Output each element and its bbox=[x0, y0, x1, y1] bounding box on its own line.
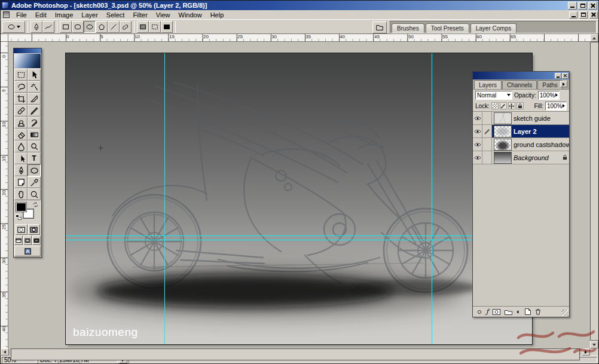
menu-item-select[interactable]: Select bbox=[102, 11, 129, 19]
visibility-toggle[interactable] bbox=[473, 151, 482, 164]
quick-mask-mode-button[interactable] bbox=[28, 224, 40, 235]
layer-name[interactable]: Background bbox=[514, 154, 549, 161]
opacity-field[interactable]: 100% bbox=[538, 91, 560, 100]
layer-row-ground-castshadow[interactable]: ground castshadow bbox=[473, 138, 569, 151]
layer-thumbnail[interactable] bbox=[494, 152, 512, 164]
layer-thumbnail[interactable] bbox=[494, 139, 512, 151]
lock-all-button[interactable] bbox=[517, 102, 524, 109]
custom-shape-button[interactable] bbox=[120, 21, 132, 33]
photoshop-app-icon[interactable] bbox=[2, 2, 9, 9]
healing-brush-tool[interactable] bbox=[14, 105, 27, 117]
crop-tool[interactable] bbox=[14, 93, 27, 105]
horizontal-scrollbar[interactable] bbox=[1, 348, 598, 356]
layer-row-layer-2-selected[interactable]: Layer 2 bbox=[473, 125, 569, 138]
fill-field[interactable]: 100% bbox=[545, 102, 567, 111]
blur-tool[interactable] bbox=[14, 140, 27, 152]
layer-name[interactable]: Layer 2 bbox=[514, 128, 537, 135]
menu-item-layer[interactable]: Layer bbox=[77, 11, 102, 19]
ellipse-shape-button[interactable] bbox=[84, 21, 96, 33]
layer-name[interactable]: sketch guide bbox=[514, 115, 551, 122]
blend-mode-select[interactable]: Normal bbox=[475, 91, 512, 100]
menu-item-file[interactable]: File bbox=[12, 11, 31, 19]
tool-preset-picker[interactable] bbox=[2, 21, 25, 33]
ruler-origin-corner[interactable] bbox=[1, 34, 8, 42]
jump-to-imageready-button[interactable] bbox=[14, 246, 41, 256]
minimize-button[interactable] bbox=[568, 2, 577, 10]
document-icon[interactable] bbox=[3, 11, 10, 18]
line-shape-button[interactable] bbox=[108, 21, 120, 33]
new-adjustment-layer-button[interactable]: ◐ bbox=[517, 308, 521, 316]
doc-minimize-button[interactable] bbox=[569, 11, 577, 19]
delete-layer-button[interactable] bbox=[535, 308, 541, 316]
fullscreen-with-menu-button[interactable] bbox=[23, 235, 32, 245]
canvas[interactable]: baizuomeng bbox=[66, 53, 532, 344]
scroll-left-button[interactable] bbox=[1, 348, 9, 356]
clone-stamp-tool[interactable] bbox=[14, 117, 27, 129]
vertical-ruler[interactable]: 0 5 10 15 20 25 30 35 40 bbox=[1, 42, 8, 348]
tab-brushes[interactable]: Brushes bbox=[392, 23, 424, 33]
link-cell[interactable] bbox=[482, 112, 492, 124]
layer-row-sketch-guide[interactable]: sketch guide bbox=[473, 112, 569, 125]
menu-item-filter[interactable]: Filter bbox=[129, 11, 151, 19]
horizontal-scroll-thumb[interactable] bbox=[11, 348, 580, 360]
fill-pixels-mode-button[interactable] bbox=[161, 21, 173, 33]
freeform-pen-option-button[interactable] bbox=[42, 21, 54, 33]
vertical-scrollbar[interactable] bbox=[590, 34, 598, 348]
link-cell[interactable] bbox=[482, 151, 492, 164]
notes-tool[interactable] bbox=[14, 176, 27, 188]
foreground-color-swatch[interactable] bbox=[16, 203, 26, 212]
visibility-toggle[interactable] bbox=[473, 112, 482, 124]
standard-screen-mode-button[interactable] bbox=[14, 235, 23, 245]
menu-item-window[interactable]: Window bbox=[175, 11, 206, 19]
maximize-button[interactable] bbox=[578, 2, 587, 10]
pen-tool[interactable] bbox=[14, 164, 27, 176]
adobe-feather-banner[interactable] bbox=[14, 54, 41, 68]
layer-row-background[interactable]: Background bbox=[473, 151, 569, 164]
menu-item-image[interactable]: Image bbox=[51, 11, 78, 19]
polygon-shape-button[interactable] bbox=[96, 21, 108, 33]
doc-restore-button[interactable] bbox=[579, 11, 588, 19]
ellipse-shape-tool[interactable] bbox=[27, 164, 41, 176]
type-tool[interactable]: T bbox=[27, 152, 41, 164]
file-browser-button[interactable] bbox=[372, 22, 387, 33]
shape-layers-mode-button[interactable] bbox=[137, 21, 149, 33]
visibility-toggle[interactable] bbox=[473, 125, 482, 137]
lock-position-button[interactable] bbox=[508, 102, 515, 109]
paths-mode-button[interactable] bbox=[149, 21, 161, 33]
menu-item-help[interactable]: Help bbox=[206, 11, 228, 19]
close-button[interactable] bbox=[588, 2, 597, 10]
pen-option-button[interactable] bbox=[30, 21, 42, 33]
path-selection-tool[interactable] bbox=[14, 152, 27, 164]
horizontal-ruler[interactable]: 0 5 10 15 20 25 30 35 40 45 50 55 60 65 bbox=[8, 34, 590, 42]
lock-pixels-button[interactable] bbox=[500, 102, 507, 109]
slice-tool[interactable] bbox=[27, 93, 41, 105]
rounded-rectangle-shape-button[interactable] bbox=[72, 21, 84, 33]
scroll-down-button[interactable] bbox=[590, 341, 598, 348]
history-brush-tool[interactable] bbox=[27, 117, 41, 129]
gradient-tool[interactable] bbox=[27, 129, 41, 140]
fullscreen-mode-button[interactable] bbox=[32, 235, 41, 245]
rectangular-marquee-tool[interactable] bbox=[14, 69, 27, 81]
tab-layer-comps[interactable]: Layer Comps bbox=[470, 23, 517, 33]
swap-colors-button[interactable] bbox=[33, 202, 38, 209]
add-layer-style-button[interactable]: ƒ bbox=[486, 308, 488, 316]
standard-mode-button[interactable] bbox=[16, 224, 27, 235]
add-layer-mask-button[interactable] bbox=[493, 308, 500, 316]
menu-item-view[interactable]: View bbox=[152, 11, 175, 19]
dodge-tool[interactable] bbox=[27, 140, 41, 152]
move-tool[interactable] bbox=[27, 69, 41, 81]
palette-close-button[interactable] bbox=[562, 73, 569, 79]
magic-wand-tool[interactable] bbox=[27, 81, 41, 93]
palette-minimize-button[interactable] bbox=[555, 73, 561, 79]
link-cell[interactable] bbox=[482, 138, 492, 151]
new-layer-button[interactable] bbox=[525, 308, 531, 316]
new-layer-set-button[interactable] bbox=[505, 308, 512, 316]
vertical-scroll-thumb[interactable] bbox=[590, 42, 598, 341]
palette-menu-button[interactable] bbox=[560, 81, 567, 87]
tab-paths[interactable]: Paths bbox=[537, 80, 563, 89]
layer-thumbnail[interactable] bbox=[494, 112, 512, 124]
toolbox-title-bar[interactable] bbox=[14, 48, 41, 53]
scroll-right-button[interactable] bbox=[582, 348, 590, 356]
palette-title-bar[interactable] bbox=[473, 72, 569, 79]
lock-transparency-button[interactable] bbox=[491, 102, 499, 109]
